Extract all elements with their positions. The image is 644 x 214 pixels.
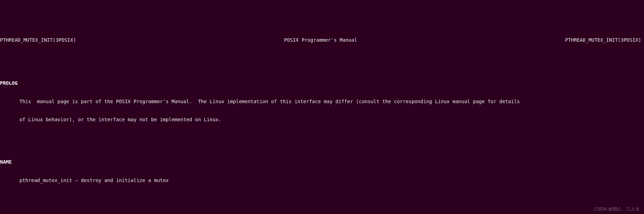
prolog-text-2: of Linux behavior), or the interface may… (0, 117, 644, 123)
section-name-title: NAME (0, 159, 644, 165)
watermark: CSDN @因心，三人水 (594, 206, 640, 212)
header-right: PTHREAD_MUTEX_INIT(3POSIX) (565, 37, 641, 43)
prolog-text-1: This manual page is part of the POSIX Pr… (0, 99, 644, 105)
name-text: pthread_mutex_init — destroy and initial… (0, 178, 644, 184)
header-center: POSIX Programmer's Manual (284, 37, 357, 43)
header-left: PTHREAD_MUTEX_INIT(3POSIX) (0, 37, 76, 43)
page-header: PTHREAD_MUTEX_INIT(3POSIX) POSIX Program… (0, 36, 644, 44)
man-page-content: PTHREAD_MUTEX_INIT(3POSIX) POSIX Program… (0, 24, 644, 214)
section-prolog-title: PROLOG (0, 80, 644, 87)
